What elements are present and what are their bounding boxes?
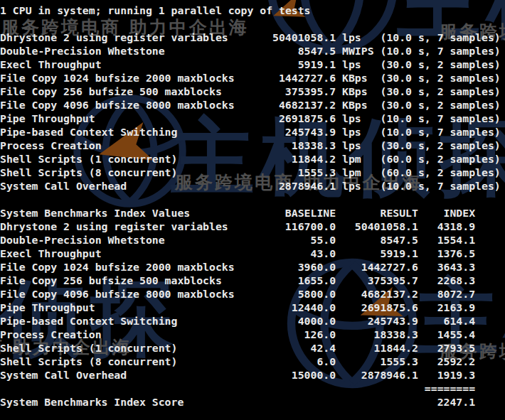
result-value: 245743.9 xyxy=(336,314,418,328)
index-table-row: Shell Scripts (8 concurrent)6.01555.3259… xyxy=(0,355,505,368)
result-value: 1442727.6 xyxy=(336,260,418,274)
benchmark-result-row: Execl Throughput5919.1lps(30.0 s, 2 samp… xyxy=(0,58,505,71)
header-text: 1 CPU in system; running 1 parallel copy… xyxy=(0,4,311,17)
benchmark-name: Double-Precision Whetstone xyxy=(0,233,253,247)
column-header-result: RESULT xyxy=(336,206,418,220)
benchmark-value: 375395.7 xyxy=(253,85,336,98)
benchmark-value: 8547.5 xyxy=(253,44,336,58)
score-line: System Benchmarks Index Score2247.1 xyxy=(0,395,505,409)
index-table-header: System Benchmarks Index ValuesBASELINERE… xyxy=(0,206,505,220)
baseline-value: 1655.0 xyxy=(253,274,336,287)
score-label: System Benchmarks Index Score xyxy=(0,395,253,409)
benchmark-sample-info: (30.0 s, 2 samples) xyxy=(380,139,500,152)
column-header-index: INDEX xyxy=(418,206,475,220)
baseline-value: 42.4 xyxy=(253,341,336,355)
benchmark-unit: lps xyxy=(342,179,374,193)
benchmark-unit: lps xyxy=(342,125,374,139)
baseline-value: 12440.0 xyxy=(253,301,336,314)
benchmark-name: Shell Scripts (8 concurrent) xyxy=(0,166,253,179)
benchmark-sample-info: (30.0 s, 2 samples) xyxy=(380,71,500,85)
result-value: 4682137.2 xyxy=(336,287,418,301)
benchmark-result-row: Process Creation18338.3lps(30.0 s, 2 sam… xyxy=(0,139,505,152)
benchmark-name: Pipe Throughput xyxy=(0,112,253,125)
index-table-row: File Copy 4096 bufsize 8000 maxblocks580… xyxy=(0,287,505,301)
benchmark-name: File Copy 4096 bufsize 8000 maxblocks xyxy=(0,98,253,112)
index-value: 8072.7 xyxy=(418,287,475,301)
benchmark-sample-info: (30.0 s, 2 samples) xyxy=(380,98,500,112)
baseline-value: 6.0 xyxy=(253,355,336,368)
index-value: 1376.5 xyxy=(418,247,475,260)
benchmark-name: Pipe-based Context Switching xyxy=(0,314,253,328)
benchmark-name: File Copy 256 bufsize 500 maxblocks xyxy=(0,274,253,287)
index-table-row: File Copy 1024 bufsize 2000 maxblocks396… xyxy=(0,260,505,274)
result-value: 2878946.1 xyxy=(336,368,418,382)
benchmark-value: 18338.3 xyxy=(253,139,336,152)
benchmark-sample-info: (60.0 s, 2 samples) xyxy=(380,152,500,166)
index-table-row: File Copy 256 bufsize 500 maxblocks1655.… xyxy=(0,274,505,287)
index-table-title: System Benchmarks Index Values xyxy=(0,206,253,220)
benchmark-result-row: Dhrystone 2 using register variables5040… xyxy=(0,31,505,44)
index-table-row: Execl Throughput43.05919.11376.5 xyxy=(0,247,505,260)
baseline-value: 55.0 xyxy=(253,233,336,247)
benchmark-result-row: Pipe Throughput2691875.6lps(10.0 s, 7 sa… xyxy=(0,112,505,125)
benchmark-name: File Copy 4096 bufsize 8000 maxblocks xyxy=(0,287,253,301)
benchmark-result-row: Pipe-based Context Switching245743.9lps(… xyxy=(0,125,505,139)
baseline-value: 15000.0 xyxy=(253,368,336,382)
benchmark-sample-info: (10.0 s, 7 samples) xyxy=(380,31,500,44)
benchmark-value: 245743.9 xyxy=(253,125,336,139)
benchmark-value: 50401058.1 xyxy=(253,31,336,44)
index-value: 614.4 xyxy=(418,314,475,328)
benchmark-unit: KBps xyxy=(342,71,374,85)
index-value: 2268.3 xyxy=(418,274,475,287)
benchmark-unit: lps xyxy=(342,58,374,71)
benchmark-name: File Copy 256 bufsize 500 maxblocks xyxy=(0,85,253,98)
benchmark-name: Shell Scripts (8 concurrent) xyxy=(0,355,253,368)
score-value: 2247.1 xyxy=(418,395,475,409)
benchmark-name: Pipe-based Context Switching xyxy=(0,125,253,139)
benchmark-name: Double-Precision Whetstone xyxy=(0,44,253,58)
result-value: 2691875.6 xyxy=(336,301,418,314)
baseline-value: 5800.0 xyxy=(253,287,336,301)
separator-line: ======== xyxy=(0,382,505,395)
index-value: 2592.2 xyxy=(418,355,475,368)
index-table-row: Shell Scripts (1 concurrent)42.411844.22… xyxy=(0,341,505,355)
index-value: 3643.3 xyxy=(418,260,475,274)
index-separator: ======== xyxy=(418,382,475,395)
result-value: 50401058.1 xyxy=(336,220,418,233)
benchmark-name: Dhrystone 2 using register variables xyxy=(0,31,253,44)
benchmark-unit: KBps xyxy=(342,85,374,98)
baseline-value: 126.0 xyxy=(253,328,336,341)
benchmark-name: Process Creation xyxy=(0,139,253,152)
benchmark-sample-info: (10.0 s, 7 samples) xyxy=(380,179,500,193)
benchmark-unit: lps xyxy=(342,31,374,44)
benchmark-sample-info: (10.0 s, 7 samples) xyxy=(380,125,500,139)
benchmark-unit: lps xyxy=(342,112,374,125)
benchmark-sample-info: (30.0 s, 2 samples) xyxy=(380,58,500,71)
header-line: 1 CPU in system; running 1 parallel copy… xyxy=(0,4,505,17)
benchmark-name: File Copy 1024 bufsize 2000 maxblocks xyxy=(0,260,253,274)
index-table-row: Dhrystone 2 using register variables1167… xyxy=(0,220,505,233)
terminal-output: 1 CPU in system; running 1 parallel copy… xyxy=(0,0,505,420)
baseline-value: 4000.0 xyxy=(253,314,336,328)
benchmark-result-row: Shell Scripts (1 concurrent)11844.2lpm(6… xyxy=(0,152,505,166)
benchmark-name: System Call Overhead xyxy=(0,179,253,193)
benchmark-sample-info: (10.0 s, 7 samples) xyxy=(380,112,500,125)
benchmark-name: Shell Scripts (1 concurrent) xyxy=(0,341,253,355)
benchmark-result-row: Double-Precision Whetstone8547.5MWIPS(10… xyxy=(0,44,505,58)
baseline-value: 116700.0 xyxy=(253,220,336,233)
benchmark-sample-info: (10.0 s, 7 samples) xyxy=(380,44,500,58)
benchmark-unit: lpm xyxy=(342,152,374,166)
benchmark-value: 2878946.1 xyxy=(253,179,336,193)
result-value: 11844.2 xyxy=(336,341,418,355)
benchmark-sample-info: (30.0 s, 2 samples) xyxy=(380,85,500,98)
index-table-row: Double-Precision Whetstone55.08547.51554… xyxy=(0,233,505,247)
benchmark-value: 5919.1 xyxy=(253,58,336,71)
benchmark-name: Execl Throughput xyxy=(0,247,253,260)
benchmark-result-row: File Copy 256 bufsize 500 maxblocks37539… xyxy=(0,85,505,98)
result-value: 5919.1 xyxy=(336,247,418,260)
index-value: 1455.4 xyxy=(418,328,475,341)
benchmark-value: 1442727.6 xyxy=(253,71,336,85)
benchmark-name: Execl Throughput xyxy=(0,58,253,71)
benchmark-value: 4682137.2 xyxy=(253,98,336,112)
blank-line xyxy=(0,193,505,206)
